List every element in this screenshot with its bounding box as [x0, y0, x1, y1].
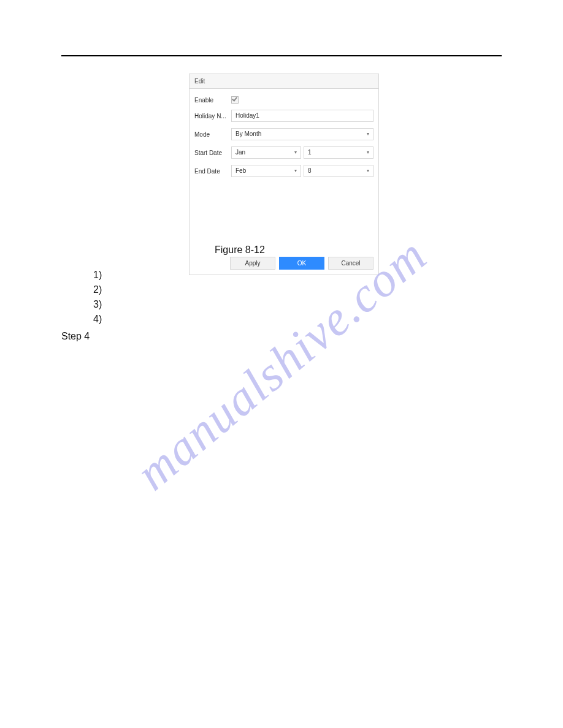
horizontal-rule	[61, 55, 502, 56]
row-mode: Mode By Month ▾	[194, 128, 373, 140]
label-start-date: Start Date	[194, 150, 231, 156]
dialog-spacer	[194, 183, 373, 251]
chevron-down-icon: ▾	[294, 149, 297, 156]
step-label: Step 4	[61, 331, 90, 342]
cancel-button[interactable]: Cancel	[328, 257, 373, 270]
row-holiday-name: Holiday N... Holiday1	[194, 110, 373, 122]
label-holiday-name: Holiday N...	[194, 113, 231, 119]
label-enable: Enable	[194, 97, 231, 104]
enable-checkbox[interactable]	[231, 96, 239, 104]
start-month-value: Jan	[236, 149, 245, 156]
chevron-down-icon: ▾	[367, 149, 369, 156]
chevron-down-icon: ▾	[367, 167, 369, 175]
ok-button[interactable]: OK	[279, 257, 324, 270]
apply-button[interactable]: Apply	[230, 257, 275, 270]
label-end-date: End Date	[194, 168, 231, 175]
start-month-select[interactable]: Jan ▾	[231, 146, 301, 159]
holiday-name-input[interactable]: Holiday1	[231, 110, 373, 122]
end-month-select[interactable]: Feb ▾	[231, 165, 301, 177]
dialog-body: Enable Holiday N... Holiday1 Mode By Mon…	[190, 89, 378, 253]
end-month-value: Feb	[236, 167, 246, 175]
list-item: 2)	[93, 282, 102, 297]
list-item: 3)	[93, 297, 102, 312]
row-start-date: Start Date Jan ▾ 1 ▾	[194, 146, 373, 159]
list-item: 4)	[93, 312, 102, 327]
row-enable: Enable	[194, 96, 373, 104]
end-day-select[interactable]: 8 ▾	[304, 165, 373, 177]
chevron-down-icon: ▾	[294, 167, 297, 175]
numbered-list: 1) 2) 3) 4)	[93, 268, 102, 327]
end-day-value: 8	[308, 167, 312, 175]
list-item: 1)	[93, 268, 102, 282]
label-mode: Mode	[194, 131, 231, 138]
mode-value: By Month	[236, 131, 261, 138]
mode-select[interactable]: By Month ▾	[231, 128, 373, 140]
figure-caption: Figure 8-12	[215, 245, 265, 256]
row-end-date: End Date Feb ▾ 8 ▾	[194, 165, 373, 177]
dialog-title: Edit	[190, 74, 378, 89]
chevron-down-icon: ▾	[367, 131, 369, 138]
start-day-select[interactable]: 1 ▾	[304, 146, 373, 159]
dialog-footer: Apply OK Cancel	[190, 253, 378, 275]
start-day-value: 1	[308, 149, 312, 156]
